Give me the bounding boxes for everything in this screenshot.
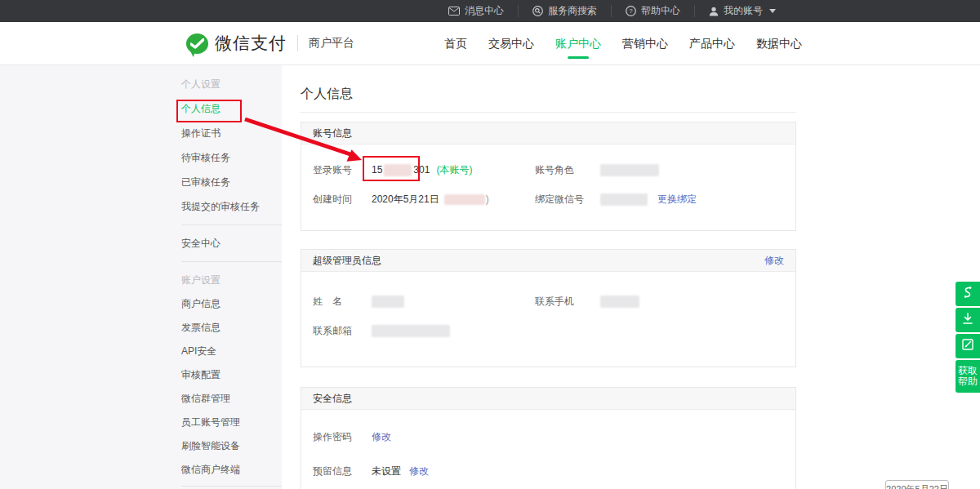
sidebar-item-security-center[interactable]: 安全中心 — [181, 237, 282, 250]
redacted-admin-name — [372, 296, 404, 308]
account-info-card-body: 登录账号 15 301 (本账号) 账号角色 — [301, 144, 795, 230]
empty-cell — [535, 316, 784, 345]
download-icon — [962, 313, 973, 328]
wechat-pay-logo-icon — [186, 33, 208, 54]
created-time-value: 2020年5月21日 ) — [372, 193, 489, 207]
bound-wechat-label: 绑定微信号 — [535, 193, 600, 207]
admin-phone-value — [600, 296, 639, 308]
redacted-created-suffix — [444, 194, 485, 205]
search-circle-icon — [532, 6, 543, 16]
service-provider-search-label: 服务商搜索 — [548, 4, 597, 18]
help-center-item[interactable]: ? 帮助中心 — [612, 0, 694, 22]
redacted-bound-wechat — [600, 193, 648, 206]
body-row: 个人设置 个人信息 操作证书 待审核任务 已审核任务 我提交的审核任务 安全中心… — [0, 65, 980, 489]
link-icon — [962, 286, 973, 302]
nav-data-center[interactable]: 数据中心 — [756, 22, 802, 65]
account-role-row: 账号角色 — [535, 155, 784, 184]
current-account-tag: (本账号) — [436, 163, 472, 177]
my-account-label: 我的账号 — [724, 4, 763, 18]
sidebar-item-face-payment-devices[interactable]: 刷脸智能设备 — [181, 439, 282, 452]
admin-email-row: 联系邮箱 — [313, 316, 535, 345]
sidebar-item-my-submitted-tasks[interactable]: 我提交的审核任务 — [181, 200, 282, 213]
super-admin-card-body: 姓 名 联系手机 联系邮箱 — [301, 272, 795, 367]
sidebar-item-staff-account-management[interactable]: 员工账号管理 — [181, 416, 282, 429]
operation-password-row: 操作密码 修改 — [313, 423, 784, 451]
operation-password-edit-link[interactable]: 修改 — [372, 430, 391, 444]
admin-email-label: 联系邮箱 — [313, 324, 372, 338]
account-role-value — [600, 164, 659, 176]
admin-phone-label: 联系手机 — [535, 295, 600, 309]
message-center-label: 消息中心 — [465, 4, 504, 18]
super-admin-edit-link[interactable]: 修改 — [764, 250, 784, 271]
created-suffix: ) — [486, 193, 489, 205]
mail-icon — [448, 7, 460, 16]
account-info-card: 账号信息 登录账号 15 301 (本账号) 账号角色 — [301, 122, 796, 231]
download-button[interactable] — [956, 308, 980, 332]
admin-phone-row: 联系手机 — [535, 287, 784, 316]
security-info-card-header: 安全信息 — [301, 388, 795, 410]
sidebar-item-api-security[interactable]: API安全 — [181, 345, 282, 358]
sidebar-section-personal-settings: 个人设置 — [181, 78, 282, 91]
admin-name-row: 姓 名 — [313, 287, 535, 316]
nav-home[interactable]: 首页 — [444, 22, 467, 65]
feedback-button[interactable] — [956, 334, 980, 358]
login-account-row: 登录账号 15 301 (本账号) — [313, 155, 535, 184]
nav-account-center[interactable]: 账户中心 — [555, 22, 601, 65]
account-info-card-header: 账号信息 — [301, 122, 795, 144]
created-time-row: 创建时间 2020年5月21日 ) — [313, 184, 535, 214]
security-info-card: 安全信息 操作密码 修改 预留信息 未设置 修改 预留信息是由你自己设置的一段文… — [301, 387, 796, 489]
title-divider — [301, 112, 796, 113]
super-admin-card: 超级管理员信息 修改 姓 名 联系手机 — [301, 249, 796, 367]
super-admin-card-header: 超级管理员信息 修改 — [301, 250, 795, 272]
security-info-card-title: 安全信息 — [313, 388, 352, 409]
sidebar: 个人设置 个人信息 操作证书 待审核任务 已审核任务 我提交的审核任务 安全中心… — [0, 65, 282, 489]
question-circle-icon: ? — [626, 6, 636, 16]
sidebar-item-invoice-info[interactable]: 发票信息 — [181, 321, 282, 334]
brand-name: 微信支付 — [215, 32, 287, 55]
nav-product-center[interactable]: 产品中心 — [689, 22, 735, 65]
bound-wechat-value: 更换绑定 — [600, 193, 697, 207]
change-binding-link[interactable]: 更换绑定 — [657, 193, 697, 207]
sidebar-item-merchant-info[interactable]: 商户信息 — [181, 297, 282, 310]
message-center-item[interactable]: 消息中心 — [434, 0, 518, 22]
svg-text:?: ? — [629, 7, 633, 15]
top-utility-menu: 消息中心 服务商搜索 ? 帮助中心 我的账号 — [434, 0, 790, 22]
bound-wechat-row: 绑定微信号 更换绑定 — [535, 184, 784, 214]
user-icon — [709, 7, 719, 16]
my-account-item[interactable]: 我的账号 — [695, 0, 790, 22]
redacted-admin-phone — [600, 296, 639, 308]
redacted-login-middle — [384, 164, 412, 176]
admin-name-value — [372, 296, 404, 308]
get-help-button[interactable]: 获取帮助 — [956, 360, 980, 393]
redacted-admin-email — [372, 325, 450, 337]
reserved-info-value: 未设置 — [372, 465, 401, 478]
sidebar-item-wechat-group-management[interactable]: 微信群管理 — [181, 392, 282, 405]
login-account-end: 301 — [413, 164, 430, 176]
main-content: 个人信息 账号信息 登录账号 15 301 (本账号) — [282, 65, 980, 489]
sidebar-item-personal-info[interactable]: 个人信息 — [181, 102, 282, 115]
edit-icon — [962, 339, 973, 353]
nav-transaction-center[interactable]: 交易中心 — [488, 22, 534, 65]
chevron-down-icon — [769, 9, 776, 13]
service-provider-search-item[interactable]: 服务商搜索 — [519, 0, 611, 22]
brand-block[interactable]: 微信支付 商户平台 — [186, 32, 354, 55]
platform-name: 商户平台 — [309, 36, 354, 51]
page-title: 个人信息 — [301, 85, 980, 103]
sidebar-item-review-config[interactable]: 审核配置 — [181, 368, 282, 381]
redacted-account-role — [600, 164, 659, 176]
reserved-info-edit-link[interactable]: 修改 — [409, 465, 429, 478]
account-role-label: 账号角色 — [535, 163, 600, 177]
created-date: 2020年5月21日 — [372, 193, 439, 207]
page: 消息中心 服务商搜索 ? 帮助中心 我的账号 — [0, 0, 980, 489]
reserved-info-row: 预留信息 未设置 修改 — [313, 457, 784, 485]
top-utility-bar: 消息中心 服务商搜索 ? 帮助中心 我的账号 — [0, 0, 980, 22]
help-center-label: 帮助中心 — [641, 4, 680, 18]
sidebar-item-wechat-merchant-terminal[interactable]: 微信商户终端 — [181, 463, 282, 476]
sidebar-item-operation-certificate[interactable]: 操作证书 — [181, 127, 282, 140]
sidebar-item-reviewed-tasks[interactable]: 已审核任务 — [181, 176, 282, 189]
floating-help-panel: 获取帮助 — [956, 282, 980, 393]
sidebar-item-pending-review-tasks[interactable]: 待审核任务 — [181, 151, 282, 164]
link-share-button[interactable] — [956, 282, 980, 306]
operation-password-label: 操作密码 — [313, 430, 372, 444]
nav-marketing-center[interactable]: 营销中心 — [622, 22, 668, 65]
